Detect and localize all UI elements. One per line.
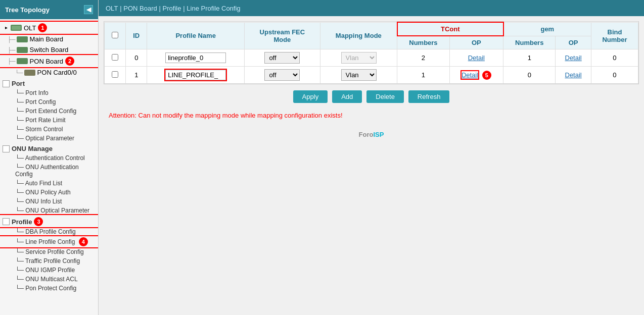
sidebar-header: Tree Topology ◀ <box>0 0 98 19</box>
th-upstream-fec-mode: Upstream FECMode <box>244 22 320 49</box>
row1-bind-number: 0 <box>591 67 638 84</box>
row0-bind-number: 0 <box>591 49 638 67</box>
attention-prefix: Attention: <box>109 112 136 119</box>
sidebar-title: Tree Topology <box>5 6 50 14</box>
olt-device-icon <box>11 25 22 31</box>
breadcrumb-sep2: | <box>159 5 163 12</box>
nav-port-info[interactable]: └─ Port Info <box>0 88 98 97</box>
nav-service-profile-config[interactable]: └─ Service Profile Config <box>0 247 98 256</box>
nav-auto-find-list[interactable]: └─ Auto Find List <box>0 179 98 188</box>
table-row: 1 off on Vlan <box>105 67 638 84</box>
profile-label: Profile <box>12 218 32 226</box>
delete-button[interactable]: Delete <box>366 90 404 103</box>
nav-traffic-profile-config[interactable]: └─ Traffic Profile Config <box>0 256 98 266</box>
th-profile-name: Profile Name <box>147 22 245 49</box>
row0-checkbox[interactable] <box>112 54 118 61</box>
tree-item-ponboard[interactable]: ├─ PON Board 2 <box>0 55 98 67</box>
breadcrumb-olt[interactable]: OLT <box>106 5 118 12</box>
row1-gem-numbers: 0 <box>503 67 556 84</box>
nav-onu-info-list[interactable]: └─ ONU Info List <box>0 197 98 206</box>
nav-onu-optical-param[interactable]: └─ ONU Optical Parameter <box>0 206 98 215</box>
profile-checkbox[interactable] <box>3 218 10 225</box>
th-tcont: TCont <box>397 22 503 36</box>
nav-line-profile-config[interactable]: └─ Line Profile Config 4 <box>0 236 98 247</box>
main-table: ID Profile Name Upstream FECMode Mapping… <box>104 22 638 84</box>
th-gem-op: OP <box>556 36 591 49</box>
row0-fec: off on <box>244 49 320 67</box>
add-button[interactable]: Add <box>332 90 362 103</box>
row1-fec: off on <box>244 67 320 84</box>
olt-badge: 1 <box>38 23 47 32</box>
main-content: OLT | PON Board | Profile | Line Profile… <box>99 0 644 315</box>
nav-dba-profile-config[interactable]: └─ DBA Profile Config <box>0 227 98 236</box>
port-section-label: Port <box>12 80 25 87</box>
tree-item-olt[interactable]: ▸ OLT 1 <box>0 22 98 34</box>
ponboard-badge: 2 <box>65 57 74 66</box>
nav-onu-auth-config[interactable]: └─ ONU Authentication Config <box>0 163 98 179</box>
table-body: 0 off on Vlan <box>105 49 638 84</box>
watermark: ForoISP <box>104 122 639 145</box>
profile-badge: 3 <box>34 217 43 226</box>
sidebar: Tree Topology ◀ ▸ OLT 1 ├─ Main Board ├─… <box>0 0 99 315</box>
breadcrumb-line-profile-config[interactable]: Line Profile Config <box>187 5 240 12</box>
th-gem: gem <box>503 22 591 36</box>
nav-port-extend-config[interactable]: └─ Port Extend Config <box>0 107 98 116</box>
tree-content: ▸ OLT 1 ├─ Main Board ├─ Switch Board ├─… <box>0 19 98 295</box>
row0-mapping-select[interactable]: Vlan Gem Port <box>341 52 377 64</box>
breadcrumb-ponboard[interactable]: PON Board <box>123 5 157 12</box>
mainboard-icon <box>17 36 28 42</box>
onu-manage-section-header[interactable]: ONU Manage <box>0 143 98 153</box>
row1-mapping: Vlan Gem Port <box>320 67 397 84</box>
breadcrumb-profile[interactable]: Profile <box>163 5 181 12</box>
row1-tcont-numbers: 1 <box>397 67 449 84</box>
th-id: ID <box>126 22 147 49</box>
row0-select[interactable] <box>105 49 126 67</box>
select-all-checkbox[interactable] <box>112 32 118 38</box>
onu-manage-checkbox[interactable] <box>3 145 10 152</box>
line-profile-badge: 4 <box>79 237 88 246</box>
row0-profile-name-input[interactable] <box>165 52 226 63</box>
row0-fec-select[interactable]: off on <box>264 52 300 64</box>
th-bind-number: BindNumber <box>591 22 638 49</box>
nav-onu-multicast-acl[interactable]: └─ ONU Multicast ACL <box>0 275 98 284</box>
tree-item-mainboard[interactable]: ├─ Main Board <box>0 34 98 44</box>
row0-gem-detail-button[interactable]: Detail <box>565 54 582 62</box>
row1-checkbox[interactable] <box>112 71 118 78</box>
tree-item-switchboard[interactable]: ├─ Switch Board <box>0 44 98 55</box>
row1-tcont-detail-button[interactable]: Detail <box>462 71 478 79</box>
row1-profile-name-input[interactable] <box>165 70 226 80</box>
tree-line-2: ├─ <box>8 47 16 53</box>
nav-onu-igmp-profile[interactable]: └─ ONU IGMP Profile <box>0 266 98 275</box>
nav-storm-control[interactable]: └─ Storm Control <box>0 125 98 134</box>
row1-select[interactable] <box>105 67 126 84</box>
row0-tcont-detail-button[interactable]: Detail <box>468 54 485 62</box>
profile-section-header[interactable]: Profile 3 <box>0 215 98 227</box>
nav-port-config[interactable]: └─ Port Config <box>0 97 98 107</box>
nav-auth-control[interactable]: └─ Authentication Control <box>0 153 98 163</box>
port-checkbox[interactable] <box>3 80 10 87</box>
row1-gem-detail-button[interactable]: Detail <box>565 71 582 79</box>
poncard-icon <box>24 70 35 76</box>
refresh-button[interactable]: Refresh <box>408 90 450 103</box>
nav-onu-policy-auth[interactable]: └─ ONU Policy Auth <box>0 188 98 197</box>
th-select <box>105 22 126 49</box>
attention-message: Can not modify the mapping mode while ma… <box>136 112 343 119</box>
collapse-button[interactable]: ◀ <box>84 5 93 14</box>
row1-profile-name <box>147 67 245 84</box>
tree-item-poncard[interactable]: └─ PON Card0/0 <box>0 67 98 78</box>
tree-line-3: ├─ <box>8 58 16 64</box>
nav-port-rate-limit[interactable]: └─ Port Rate Limit <box>0 116 98 125</box>
ponboard-icon <box>17 58 28 64</box>
th-gem-numbers: Numbers <box>503 36 556 49</box>
port-section-header[interactable]: Port <box>0 78 98 88</box>
row1-fec-select[interactable]: off on <box>264 69 300 81</box>
poncard-label: PON Card0/0 <box>37 69 77 76</box>
watermark-isp: ISP <box>373 131 384 138</box>
row1-gem-op: Detail <box>556 67 591 84</box>
table-wrapper: ID Profile Name Upstream FECMode Mapping… <box>104 21 639 84</box>
nav-optical-parameter[interactable]: └─ Optical Parameter <box>0 134 98 143</box>
switchboard-icon <box>17 47 28 53</box>
nav-pon-protect-config[interactable]: └─ Pon Protect Config <box>0 284 98 293</box>
row1-mapping-select[interactable]: Vlan Gem Port <box>341 69 377 81</box>
apply-button[interactable]: Apply <box>293 90 328 103</box>
